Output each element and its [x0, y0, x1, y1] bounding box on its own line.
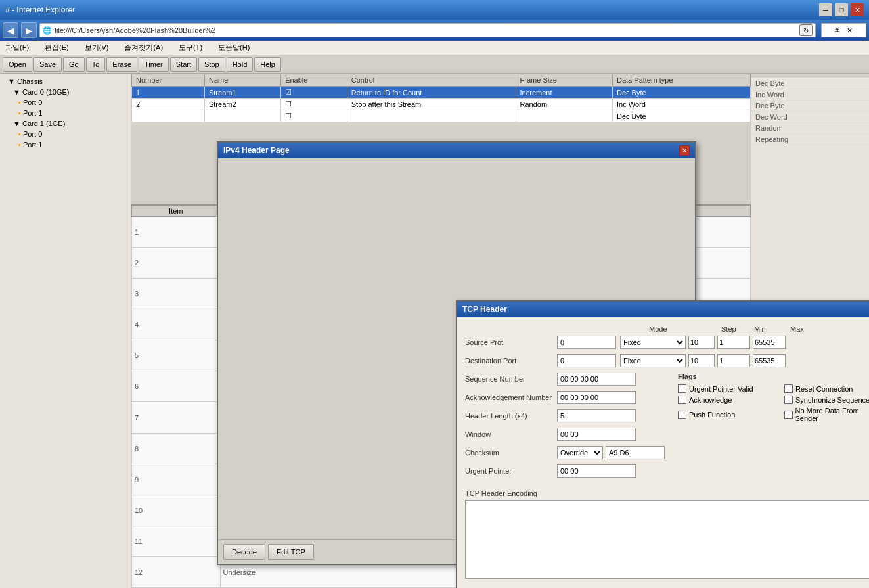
stat-item: 6 [132, 371, 221, 402]
close-button[interactable]: ✕ [851, 3, 864, 16]
cell-datapattern: Inc Word [613, 99, 751, 110]
table-row[interactable]: ☐ Dec Byte [132, 110, 751, 122]
window-input[interactable] [557, 428, 636, 441]
expand-icon: ▼ [8, 78, 15, 85]
seq-number-input[interactable] [557, 373, 636, 386]
checksum-value-input[interactable] [606, 446, 665, 459]
right-panel-item: Repeating [751, 134, 869, 145]
cell-name [204, 110, 280, 122]
urgent-pointer-label: Urgent Pointer [465, 467, 557, 475]
source-port-row: Source Prot Fixed Increment Decrement Ra… [465, 336, 869, 349]
ack-number-input[interactable] [557, 391, 636, 404]
flag-urgent-pointer-valid: Urgent Pointer Valid [678, 384, 774, 393]
tcp-dialog-title: TCP Header [462, 305, 507, 314]
stat-item: 3 [132, 279, 221, 309]
right-panel-header [751, 74, 869, 78]
tree-chassis[interactable]: ▼ Chassis [3, 76, 128, 87]
toolbar-go[interactable]: Go [63, 57, 85, 72]
urgent-pointer-input[interactable] [557, 464, 636, 478]
min-col-label: Min [754, 325, 790, 333]
ipv4-close-button[interactable]: ✕ [679, 145, 690, 156]
cell-enable[interactable]: ☐ [281, 99, 347, 110]
source-mode-select[interactable]: Fixed Increment Decrement Random [620, 336, 686, 349]
dest-step-input[interactable] [688, 354, 715, 367]
menu-favorites[interactable]: 즐겨찾기(A) [122, 41, 166, 54]
outer-edit-tcp-button[interactable]: Edit TCP [268, 544, 314, 560]
dest-max-input[interactable] [753, 354, 786, 367]
forward-button[interactable]: ▶ [21, 22, 37, 38]
cell-enable[interactable]: ☑ [281, 87, 347, 99]
tcp-dialog-titlebar: TCP Header ✕ [457, 302, 869, 317]
ipv4-dialog-body: TCP Header ✕ Mode Step Min Max Source Pr… [218, 158, 695, 539]
dest-mode-select[interactable]: Fixed Increment Decrement Random [620, 354, 686, 367]
tree-card1-port1[interactable]: ▪ Port 1 [3, 139, 128, 150]
cell-control: Return to ID for Count [347, 87, 516, 99]
source-port-input[interactable] [557, 336, 616, 349]
toolbar-hold[interactable]: Hold [227, 57, 254, 72]
flag-no-more-data-checkbox[interactable] [784, 411, 793, 419]
mode-col-label: Mode [649, 325, 721, 333]
right-panel-item: Random [751, 123, 869, 134]
stat-item: 1 [132, 217, 221, 248]
menu-edit[interactable]: 편집(E) [42, 41, 72, 54]
right-panel-item: Dec Word [751, 112, 869, 123]
toolbar-open[interactable]: Open [3, 57, 32, 72]
flag-reset-connection-checkbox[interactable] [784, 384, 793, 393]
toolbar-save[interactable]: Save [33, 57, 62, 72]
toolbar-start[interactable]: Start [170, 57, 197, 72]
flags-grid: Urgent Pointer Valid Reset Connection Ac… [678, 384, 869, 422]
outer-decode-button[interactable]: Decode [223, 544, 265, 560]
toolbar-to[interactable]: To [86, 57, 106, 72]
cell-framesize [516, 110, 612, 122]
flag-push-function-checkbox[interactable] [678, 411, 686, 419]
back-button[interactable]: ◀ [3, 22, 18, 38]
tree-card0[interactable]: ▼ Card 0 (10GE) [3, 87, 128, 97]
minimize-button[interactable]: ─ [819, 3, 832, 16]
flag-synchronize-sequence-checkbox[interactable] [784, 396, 793, 404]
refresh-button[interactable]: ↻ [799, 24, 813, 36]
source-step-input[interactable] [688, 336, 715, 349]
flag-urgent-pointer-valid-label: Urgent Pointer Valid [689, 385, 753, 393]
tree-card0-port0[interactable]: ▪ Port 0 [3, 97, 128, 108]
dest-min-input[interactable] [717, 354, 750, 367]
col-number: Number [132, 74, 205, 87]
table-row[interactable]: 2 Stream2 ☐ Stop after this Stream Rando… [132, 99, 751, 110]
address-bar[interactable]: 🌐 file:///C:/Users/ysh/Adobe%20Flash%20B… [39, 23, 816, 37]
tree-card1[interactable]: ▼ Card 1 (1GE) [3, 118, 128, 129]
cell-datapattern: Dec Byte [613, 87, 751, 99]
header-length-input[interactable] [557, 409, 636, 422]
cell-enable[interactable]: ☐ [281, 110, 347, 122]
menu-file[interactable]: 파일(F) [3, 41, 32, 54]
menu-view[interactable]: 보기(V) [82, 41, 112, 54]
toolbar-help[interactable]: Help [254, 57, 281, 72]
encoding-title: TCP Header Encoding [465, 489, 869, 497]
flag-reset-connection: Reset Connection [784, 384, 869, 393]
flag-urgent-pointer-valid-checkbox[interactable] [678, 384, 686, 393]
flag-acknowledge-checkbox[interactable] [678, 396, 686, 404]
checksum-mode-select[interactable]: Override Auto [557, 446, 603, 459]
menu-tools[interactable]: 도구(T) [176, 41, 205, 54]
encoding-textarea[interactable] [465, 500, 869, 579]
table-row[interactable]: 1 Stream1 ☑ Return to ID for Count Incre… [132, 87, 751, 99]
tab-close[interactable]: ✕ [847, 26, 853, 35]
maximize-button[interactable]: □ [835, 3, 848, 16]
stat-item: 8 [132, 433, 221, 464]
app-toolbar: Open Save Go To Erase Timer Start Stop H… [0, 55, 869, 74]
toolbar-erase[interactable]: Erase [106, 57, 137, 72]
tree-card1-port0[interactable]: ▪ Port 0 [3, 129, 128, 139]
flag-acknowledge: Acknowledge [678, 396, 774, 404]
urgent-pointer-row: Urgent Pointer [465, 464, 665, 478]
right-panel-item: Dec Byte [751, 78, 869, 89]
browser-titlebar: # - Internet Explorer ─ □ ✕ [0, 0, 869, 20]
ack-number-label: Acknowledgement Number [465, 394, 557, 401]
checksum-row: Checksum Override Auto [465, 446, 665, 459]
source-min-input[interactable] [717, 336, 750, 349]
tree-card0-port1[interactable]: ▪ Port 1 [3, 108, 128, 118]
tab-bar: # ✕ [821, 23, 866, 37]
stat-item: 11 [132, 526, 221, 556]
menu-help[interactable]: 도움말(H) [215, 41, 252, 54]
dest-port-input[interactable] [557, 354, 616, 367]
source-max-input[interactable] [753, 336, 786, 349]
toolbar-timer[interactable]: Timer [139, 57, 169, 72]
toolbar-stop[interactable]: Stop [198, 57, 225, 72]
